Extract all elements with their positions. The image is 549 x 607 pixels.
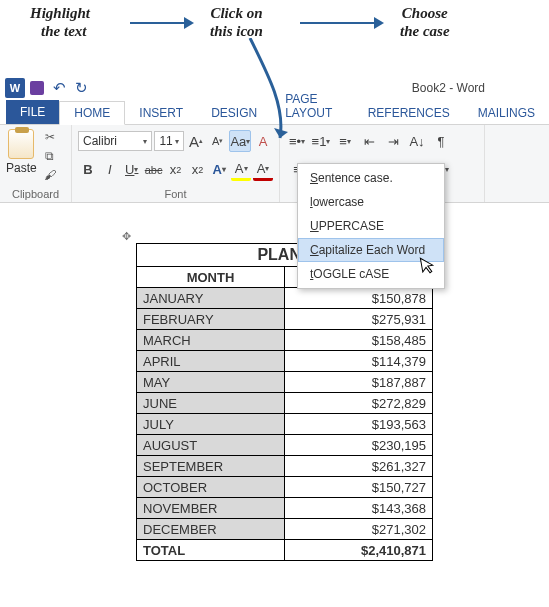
save-icon[interactable]: [26, 78, 48, 98]
tutorial-annotations: Highlight the text Click on this icon Ch…: [0, 0, 549, 75]
arrow-1: [130, 22, 190, 24]
value-cell: $150,727: [285, 477, 433, 498]
decrease-indent-button[interactable]: ⇤: [358, 130, 380, 152]
case-sentence[interactable]: Sentence case.: [298, 166, 444, 190]
italic-button[interactable]: I: [100, 159, 120, 181]
table-row: MAY$187,887: [137, 372, 433, 393]
table-row: APRIL$114,379: [137, 351, 433, 372]
font-group-label: Font: [78, 186, 273, 200]
value-cell: $187,887: [285, 372, 433, 393]
undo-icon[interactable]: ↶: [48, 78, 70, 98]
bold-button[interactable]: B: [78, 159, 98, 181]
month-cell: OCTOBER: [137, 477, 285, 498]
tab-file[interactable]: FILE: [6, 100, 59, 124]
table-row: MARCH$158,485: [137, 330, 433, 351]
annot-step2: Click on this icon: [210, 4, 263, 40]
month-cell: JANUARY: [137, 288, 285, 309]
value-cell: $158,485: [285, 330, 433, 351]
table-row: JULY$193,563: [137, 414, 433, 435]
paste-label: Paste: [6, 161, 37, 175]
paste-icon: [8, 129, 34, 159]
increase-indent-button[interactable]: ⇥: [382, 130, 404, 152]
col-header-month: MONTH: [137, 267, 285, 288]
month-cell: SEPTEMBER: [137, 456, 285, 477]
multilevel-button[interactable]: ≡▾: [334, 130, 356, 152]
value-cell: $272,829: [285, 393, 433, 414]
value-cell: $230,195: [285, 435, 433, 456]
data-table[interactable]: PLANE MONTH JANUARY$150,878FEBRUARY$275,…: [136, 243, 433, 561]
month-cell: MARCH: [137, 330, 285, 351]
group-clipboard: Paste ✂ ⧉ 🖌 Clipboard: [0, 125, 72, 202]
annot-step1: Highlight the text: [30, 4, 90, 40]
strike-button[interactable]: abc: [144, 159, 164, 181]
month-cell: FEBRUARY: [137, 309, 285, 330]
shrink-font-button[interactable]: A▾: [208, 130, 228, 152]
table-row: DECEMBER$271,302: [137, 519, 433, 540]
tab-references[interactable]: REFERENCES: [354, 102, 464, 124]
month-cell: NOVEMBER: [137, 498, 285, 519]
month-cell: JULY: [137, 414, 285, 435]
value-cell: $261,327: [285, 456, 433, 477]
superscript-button[interactable]: x2: [187, 159, 207, 181]
grow-font-button[interactable]: A▴: [186, 130, 206, 152]
value-cell: $150,878: [285, 288, 433, 309]
tab-mailings[interactable]: MAILINGS: [464, 102, 549, 124]
month-cell: JUNE: [137, 393, 285, 414]
tab-home[interactable]: HOME: [59, 101, 125, 125]
arrow-2: [300, 22, 380, 24]
table-row: SEPTEMBER$261,327: [137, 456, 433, 477]
value-cell: $271,302: [285, 519, 433, 540]
sort-button[interactable]: A↓: [406, 130, 428, 152]
clipboard-group-label: Clipboard: [6, 186, 65, 200]
table-row: OCTOBER$150,727: [137, 477, 433, 498]
table-row: NOVEMBER$143,368: [137, 498, 433, 519]
case-lowercase[interactable]: lowercase: [298, 190, 444, 214]
word-logo-icon: W: [4, 78, 26, 98]
text-effects-button[interactable]: A▾: [209, 159, 229, 181]
month-cell: AUGUST: [137, 435, 285, 456]
table-row: FEBRUARY$275,931: [137, 309, 433, 330]
month-cell: DECEMBER: [137, 519, 285, 540]
redo-icon[interactable]: ↻: [70, 78, 92, 98]
tab-insert[interactable]: INSERT: [125, 102, 197, 124]
annot-step3: Choose the case: [400, 4, 450, 40]
document-area: ✥ PLANE MONTH JANUARY$150,878FEBRUARY$27…: [0, 230, 549, 561]
value-cell: $193,563: [285, 414, 433, 435]
value-cell: $275,931: [285, 309, 433, 330]
show-marks-button[interactable]: ¶: [430, 130, 452, 152]
underline-button[interactable]: U▾: [122, 159, 142, 181]
total-value: $2,410,871: [285, 540, 433, 561]
month-cell: APRIL: [137, 351, 285, 372]
font-name-combo[interactable]: Calibri▾: [78, 131, 152, 151]
paste-button[interactable]: Paste: [6, 129, 37, 183]
table-row: JUNE$272,829: [137, 393, 433, 414]
subscript-button[interactable]: x2: [166, 159, 186, 181]
copy-icon[interactable]: ⧉: [41, 148, 59, 164]
table-row: AUGUST$230,195: [137, 435, 433, 456]
case-uppercase[interactable]: UPPERCASE: [298, 214, 444, 238]
curved-arrow: [230, 38, 300, 158]
total-label: TOTAL: [137, 540, 285, 561]
table-row: JANUARY$150,878: [137, 288, 433, 309]
document-title: Book2 - Word: [412, 81, 485, 95]
month-cell: MAY: [137, 372, 285, 393]
cut-icon[interactable]: ✂: [41, 129, 59, 145]
value-cell: $114,379: [285, 351, 433, 372]
format-painter-icon[interactable]: 🖌: [41, 167, 59, 183]
numbering-button[interactable]: ≡1▾: [310, 130, 332, 152]
font-size-combo[interactable]: 11▾: [154, 131, 184, 151]
value-cell: $143,368: [285, 498, 433, 519]
highlight-button[interactable]: A▾: [231, 159, 251, 181]
font-color-button[interactable]: A▾: [253, 159, 273, 181]
